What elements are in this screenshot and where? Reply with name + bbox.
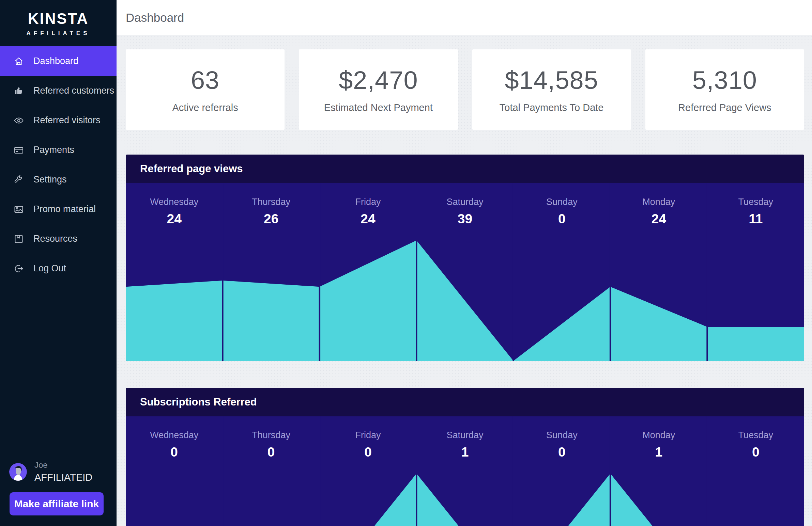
sidebar-item-label: Settings bbox=[33, 174, 67, 185]
logout-icon bbox=[14, 264, 24, 274]
wrench-icon bbox=[14, 175, 24, 185]
day-label: Saturday bbox=[416, 197, 513, 207]
day-label: Tuesday bbox=[707, 197, 804, 207]
stat-label: Active referrals bbox=[172, 102, 238, 114]
area-series bbox=[126, 474, 804, 526]
subscriptions-referred-chart: Wednesday0Thursday0Friday0Saturday1Sunda… bbox=[126, 416, 804, 526]
referred-page-views-chart: Wednesday24Thursday26Friday24Saturday39S… bbox=[126, 183, 804, 361]
sidebar-item-label: Payments bbox=[33, 145, 74, 155]
day-value: 39 bbox=[416, 211, 513, 226]
stat-value: 63 bbox=[191, 66, 219, 95]
stat-card: $14,585Total Payments To Date bbox=[472, 49, 631, 130]
stat-card: 63Active referrals bbox=[126, 49, 285, 130]
day-value: 24 bbox=[610, 211, 707, 226]
eye-icon bbox=[14, 116, 24, 126]
day-label: Tuesday bbox=[707, 430, 804, 440]
sidebar: Kinsta AFFILIATES DashboardReferred cust… bbox=[0, 0, 117, 526]
sidebar-item-promo-material[interactable]: Promo material bbox=[0, 194, 117, 224]
panel-header: Subscriptions Referred bbox=[126, 388, 804, 416]
stat-label: Referred Page Views bbox=[678, 102, 771, 114]
user-name: Joe bbox=[34, 460, 92, 470]
panel-title: Referred page views bbox=[140, 163, 243, 175]
kinsta-logo: Kinsta AFFILIATES bbox=[0, 0, 117, 37]
stat-value: 5,310 bbox=[692, 66, 757, 95]
avatar bbox=[9, 463, 27, 481]
page-title: Dashboard bbox=[126, 11, 184, 25]
day-column: Saturday1 bbox=[416, 416, 513, 460]
day-value: 11 bbox=[707, 211, 804, 226]
day-value: 0 bbox=[320, 445, 416, 460]
day-column: Friday0 bbox=[320, 416, 416, 460]
book-icon bbox=[14, 234, 24, 244]
day-value: 24 bbox=[126, 211, 222, 226]
sidebar-item-label: Resources bbox=[33, 234, 77, 244]
sidebar-item-resources[interactable]: Resources bbox=[0, 224, 117, 254]
stats-row: 63Active referrals$2,470Estimated Next P… bbox=[126, 49, 804, 130]
day-value: 1 bbox=[610, 445, 707, 460]
day-column: Thursday26 bbox=[222, 183, 319, 226]
sidebar-item-log-out[interactable]: Log Out bbox=[0, 254, 117, 283]
day-value: 0 bbox=[513, 445, 610, 460]
sidebar-item-dashboard[interactable]: Dashboard bbox=[0, 46, 117, 76]
subscriptions-referred-panel: Subscriptions Referred Wednesday0Thursda… bbox=[126, 388, 804, 526]
sidebar-item-label: Promo material bbox=[33, 204, 96, 214]
referred-page-views-panel: Referred page views Wednesday24Thursday2… bbox=[126, 154, 804, 361]
day-label: Friday bbox=[320, 197, 416, 207]
stat-value: $14,585 bbox=[505, 66, 598, 95]
stat-label: Total Payments To Date bbox=[499, 102, 604, 114]
day-column: Tuesday11 bbox=[707, 183, 804, 226]
home-icon bbox=[14, 56, 24, 66]
day-labels-row: Wednesday24Thursday26Friday24Saturday39S… bbox=[126, 183, 804, 226]
day-value: 0 bbox=[126, 445, 222, 460]
day-label: Thursday bbox=[222, 430, 319, 440]
day-value: 0 bbox=[513, 211, 610, 226]
stat-value: $2,470 bbox=[339, 66, 418, 95]
affiliate-id: AFFILIATEID bbox=[34, 472, 92, 483]
day-value: 0 bbox=[707, 445, 804, 460]
stat-label: Estimated Next Payment bbox=[324, 102, 433, 114]
day-column: Saturday39 bbox=[416, 183, 513, 226]
user-profile[interactable]: Joe AFFILIATEID bbox=[9, 460, 92, 483]
day-column: Friday24 bbox=[320, 183, 416, 226]
day-label: Monday bbox=[610, 430, 707, 440]
day-label: Wednesday bbox=[126, 197, 222, 207]
sidebar-item-settings[interactable]: Settings bbox=[0, 165, 117, 194]
brand-subtitle: AFFILIATES bbox=[0, 30, 117, 37]
panel-title: Subscriptions Referred bbox=[140, 396, 257, 408]
sidebar-item-referred-customers[interactable]: Referred customers bbox=[0, 76, 117, 106]
area-series bbox=[126, 240, 804, 361]
topbar: Dashboard bbox=[117, 0, 812, 35]
day-column: Sunday0 bbox=[513, 183, 610, 226]
day-value: 0 bbox=[222, 445, 319, 460]
day-label: Friday bbox=[320, 430, 416, 440]
make-affiliate-link-button[interactable]: Make affiliate link bbox=[10, 492, 104, 515]
sidebar-nav: DashboardReferred customersReferred visi… bbox=[0, 46, 117, 283]
sidebar-item-referred-visitors[interactable]: Referred visitors bbox=[0, 106, 117, 135]
day-label: Sunday bbox=[513, 197, 610, 207]
content: 63Active referrals$2,470Estimated Next P… bbox=[117, 35, 812, 526]
day-column: Tuesday0 bbox=[707, 416, 804, 460]
day-label: Monday bbox=[610, 197, 707, 207]
day-value: 1 bbox=[416, 445, 513, 460]
sidebar-item-label: Referred visitors bbox=[33, 115, 101, 126]
day-column: Monday24 bbox=[610, 183, 707, 226]
sidebar-item-label: Referred customers bbox=[33, 86, 114, 96]
sidebar-item-label: Dashboard bbox=[33, 56, 78, 66]
stat-card: $2,470Estimated Next Payment bbox=[299, 49, 458, 130]
day-label: Thursday bbox=[222, 197, 319, 207]
day-value: 26 bbox=[222, 211, 319, 226]
image-icon bbox=[14, 204, 24, 214]
day-column: Wednesday0 bbox=[126, 416, 222, 460]
day-column: Thursday0 bbox=[222, 416, 319, 460]
sidebar-item-payments[interactable]: Payments bbox=[0, 135, 117, 165]
day-label: Sunday bbox=[513, 430, 610, 440]
day-column: Sunday0 bbox=[513, 416, 610, 460]
day-labels-row: Wednesday0Thursday0Friday0Saturday1Sunda… bbox=[126, 416, 804, 460]
day-column: Monday1 bbox=[610, 416, 707, 460]
brand-wordmark: Kinsta bbox=[0, 10, 117, 27]
sidebar-item-label: Log Out bbox=[33, 263, 66, 274]
day-label: Saturday bbox=[416, 430, 513, 440]
main-area: Dashboard 63Active referrals$2,470Estima… bbox=[117, 0, 812, 526]
day-label: Wednesday bbox=[126, 430, 222, 440]
panel-header: Referred page views bbox=[126, 154, 804, 183]
